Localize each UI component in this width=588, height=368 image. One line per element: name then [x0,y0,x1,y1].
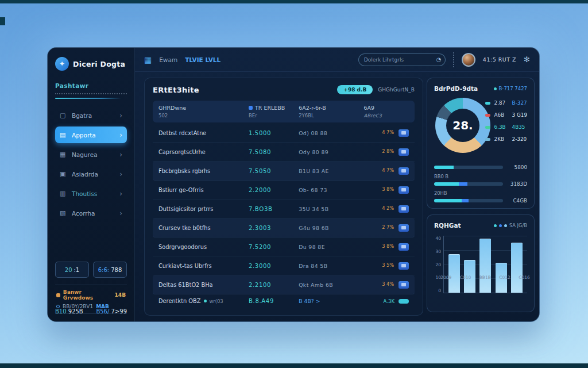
footer-stat-right-hl: B56/ [96,308,109,315]
row-action-badge[interactable] [399,186,409,194]
legend-dot-icon [494,224,497,227]
progress-value: 3183D [508,181,527,187]
table-row[interactable]: Duttsigicsitor prtrrs7.BO3B35U 34 5B4 2% [153,200,415,218]
sidebar-item-apporta[interactable]: ▤Apporta› [55,126,127,143]
sidebar-item-label: Apporta [72,132,115,139]
sidebar-item-label: Bgatra [72,112,115,119]
column-title: GHRDwne [158,105,186,111]
total-pill-button[interactable]: +98 d.B [337,85,373,94]
row-action-badge[interactable] [399,262,409,270]
bar[interactable] [479,239,491,293]
row-value: 2.2000 [249,187,299,193]
row-date: Od) 08 88 [299,130,363,136]
row-date: G4u 98 6B [299,225,363,231]
legend-amount: 4B35 [512,124,525,130]
y-tick-label: 30 [434,249,441,254]
x-tick-label: BB1B [479,275,491,280]
chevron-right-icon: › [119,151,122,159]
table-row[interactable]: Curkiavt-tas Ubrfrs2.3000Dra 84 5B3 5% [153,256,415,275]
sidebar-item-acorrha[interactable]: ▧Acorrha› [55,205,127,221]
bar-series [444,236,527,293]
layers-icon: ▦ [60,151,67,158]
stat-box-prefix: 20 [65,267,72,273]
progress-track[interactable] [434,182,503,186]
tab-first[interactable]: Ewam [159,56,177,63]
row-action-badge[interactable] [399,205,409,213]
search-box[interactable]: ◔ [358,53,446,66]
footer-row-pill-button[interactable] [399,299,409,304]
row-action-badge[interactable] [399,129,409,137]
bar[interactable] [448,254,460,293]
sidebar-item-label: Asiadrda [72,171,115,178]
table-row[interactable]: Deltas 61BtO2 BHa2.2100Qkt Amb 6B3 4% [153,275,415,294]
bar[interactable] [511,243,523,293]
chevron-right-icon: › [119,209,122,217]
table-row[interactable]: Bstiurr ge-Ofrris2.2000Ob- 68 733 8% [153,181,415,200]
legend-value: 2.87 [494,100,508,106]
sidebar-item-bgatra[interactable]: ▢Bgatra› [55,107,127,124]
row-action-badge[interactable] [399,148,409,156]
progress-label: 20HB [434,190,527,196]
table-row[interactable]: Crursev tke b0tfhs2.3003G4u 98 6B2 7% [153,218,415,237]
chevron-right-icon: › [119,190,122,198]
search-input[interactable] [364,57,433,63]
row-name: Duttsigicsitor prtrrs [158,206,249,212]
sidebar-stat-boxes: 20:16:6:788 [55,262,127,278]
x-tick-label: 2009 [440,275,451,280]
footer-row-link[interactable]: B 4B? > [299,298,363,304]
footer-row-note: wr(03 [209,298,223,304]
row-name: Fbcbrgbsks rgbrhs [158,168,249,174]
progress-fill [434,166,454,169]
sidebar-stat-box[interactable]: 6:6:788 [93,262,127,278]
reports-icon: ▤ [60,131,67,139]
column-header-line1: 6A2-r-6r-B [299,105,363,111]
table-row[interactable]: CaprsorgtscUrhe7.5080Ody 80 892 8% [153,143,415,162]
legend-item: 2.87B-327 [485,100,527,106]
progress-bars: 5800BB0 B3183D20HBC4GB [434,161,527,204]
column-header: 6A9ABreC3 [364,105,409,118]
sidebar-item-thoutiss[interactable]: ▥Thoutiss› [55,185,127,202]
stat-box-value: 788 [111,267,122,273]
row-change-cell: 2 8% [364,148,409,156]
table-row[interactable]: Fbcbrgbsks rgbrhs7.5050B1U 83 AE4 7% [153,162,415,181]
tab-second-active[interactable]: TLVIE LVLL [185,56,220,63]
row-action-badge[interactable] [399,281,409,289]
column-header-line1: TR ERLEBB [249,105,299,111]
column-subtitle: 2Y6BL [299,113,363,118]
footer-stat-left: 925B [68,308,83,315]
row-action-badge[interactable] [399,243,409,251]
sidebar-item-nagurea[interactable]: ▦Nagurea› [55,146,127,163]
row-action-badge[interactable] [399,224,409,232]
progress-fill [459,182,467,186]
footer-stat-right: 7>99 [111,308,127,315]
stats-card-title: BdrPdD-9dta [434,85,478,92]
x-tick-label: C012 [499,275,510,280]
legend-amount: 2-320 [512,136,527,142]
legend-value: 2KB [494,136,508,142]
progress-fill [434,199,462,202]
search-icon[interactable]: ◔ [436,56,442,63]
row-change-value: 3 8% [382,187,394,192]
sidebar-stat-box[interactable]: 20:1 [55,262,89,278]
table-row[interactable]: Sodrgrvgoodorus7.5200Du 98 8E3 8% [153,237,415,256]
notice-marker-icon [56,293,60,297]
progress-label: BB0 B [434,174,527,179]
row-name: Deltas 61BtO2 BHa [158,282,249,288]
notice-text: Banwr Grvwdows [63,289,112,301]
progress-track[interactable] [434,199,503,202]
progress-track[interactable] [434,166,503,169]
sidebar-item-asiadrda[interactable]: ▣Asiadrda› [55,166,127,182]
footer-row-change: A.3K [384,298,394,304]
user-avatar[interactable] [462,53,475,67]
settings-icon[interactable]: ✻ [524,55,530,64]
donut-center-value: 28. [435,98,490,153]
page-edge-square [0,17,5,25]
logo-icon: ✦ [55,57,69,71]
row-date: B1U 83 AE [299,168,363,174]
row-action-badge[interactable] [399,167,409,175]
logo[interactable]: ✦ Diceri Dogta [55,57,127,71]
sidebar-item-label: Nagurea [72,151,115,158]
y-tick-label: 40 [434,236,441,241]
table-row[interactable]: Detbst rdcxtAtne1.5000Od) 08 884 7% [153,124,415,143]
notice-badge: 14B [115,292,126,298]
